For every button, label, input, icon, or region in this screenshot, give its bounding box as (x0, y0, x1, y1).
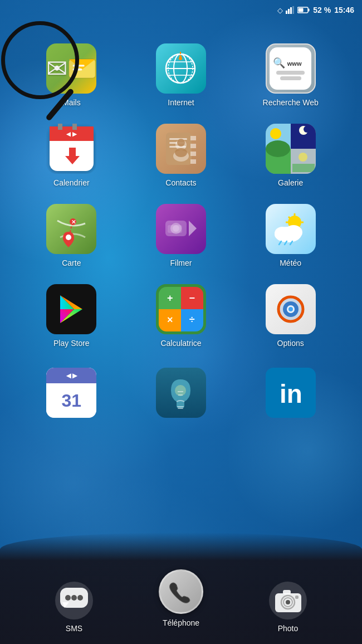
svg-rect-30 (190, 144, 196, 148)
battery-icon (297, 7, 310, 13)
playstore-svg (55, 292, 88, 326)
dock-item-photo[interactable]: Photo (269, 582, 307, 633)
globe-svg (163, 51, 199, 87)
recherche-label: Recherche Web (263, 98, 319, 107)
svg-rect-89 (283, 590, 291, 594)
telephone-label: Téléphone (163, 618, 199, 627)
galerie-label: Galerie (278, 178, 303, 187)
dock-item-telephone[interactable]: Téléphone (159, 569, 203, 627)
options-label: Options (277, 339, 304, 348)
filmer-svg (164, 215, 198, 243)
svg-rect-1 (288, 9, 290, 14)
www-label: www (287, 60, 302, 67)
play-store-icon (46, 284, 96, 334)
app-item-carte[interactable]: ✕ Carte (17, 197, 126, 277)
options-icon (266, 284, 316, 334)
carte-icon: ✕ (46, 204, 96, 254)
camera-svg (273, 587, 304, 614)
galerie-icon (266, 124, 316, 174)
svg-marker-49 (189, 221, 197, 236)
svg-point-82 (65, 595, 71, 601)
sms-label: SMS (66, 624, 82, 633)
svg-rect-6 (299, 8, 304, 12)
app-item-recherche-web[interactable]: 🔍 www Recherche Web (236, 37, 345, 117)
bulb-icon (156, 368, 206, 418)
svg-rect-31 (190, 152, 196, 156)
svg-rect-50 (168, 225, 182, 233)
svg-rect-78 (178, 408, 183, 409)
meteo-icon (266, 204, 316, 254)
linkedin-svg: in (274, 376, 307, 409)
calculatrice-label: Calculatrice (160, 339, 201, 348)
svg-point-60 (285, 225, 302, 240)
internet-icon (156, 43, 206, 94)
app-item-internet[interactable]: Internet (126, 37, 236, 117)
app-item-mails[interactable]: Mails (17, 37, 126, 117)
svg-rect-2 (290, 7, 292, 14)
app-item-galerie[interactable]: Galerie (236, 117, 345, 197)
contacts-label: Contacts (165, 178, 196, 187)
svg-rect-5 (309, 9, 310, 12)
app-item-options[interactable]: Options (236, 277, 345, 358)
carte-svg: ✕ (52, 209, 91, 248)
app-grid: Mails Internet (0, 26, 362, 363)
mails-icon (46, 43, 96, 94)
photo-icon (269, 582, 307, 619)
telephone-icon (159, 569, 203, 614)
svg-point-28 (175, 148, 187, 157)
svg-line-56 (288, 217, 290, 218)
time-display: 15:46 (334, 6, 354, 14)
galerie-svg (266, 124, 316, 174)
envelope-svg (68, 55, 96, 82)
svg-point-45 (66, 235, 71, 240)
signal-icon (286, 6, 295, 14)
calendar31-icon: ◀ ▶ 31 (46, 368, 96, 418)
svg-point-74 (175, 385, 186, 396)
app-item-linkedin[interactable]: in (236, 363, 345, 425)
photo-label: Photo (278, 624, 299, 633)
wifi-icon: ◇ (277, 6, 283, 14)
svg-point-88 (286, 600, 290, 604)
app-item-filmer[interactable]: Filmer (126, 197, 236, 277)
svg-rect-3 (292, 6, 294, 14)
svg-text:✕: ✕ (71, 219, 76, 225)
svg-point-36 (266, 140, 290, 157)
svg-point-34 (270, 128, 281, 139)
bulb-svg (165, 375, 196, 411)
svg-rect-90 (295, 596, 299, 599)
app-item-bulb[interactable] (126, 363, 236, 425)
filmer-label: Filmer (170, 258, 192, 267)
linkedin-icon: in (266, 368, 316, 418)
app-item-contacts[interactable]: Contacts (126, 117, 236, 197)
svg-text:in: in (280, 379, 302, 408)
dock-item-sms[interactable]: SMS (55, 582, 93, 633)
svg-rect-32 (190, 159, 196, 164)
sms-icon (55, 582, 93, 619)
partial-app-row: ◀ ▶ 31 (0, 363, 362, 425)
svg-rect-0 (286, 11, 287, 14)
recherche-icon: 🔍 www (266, 43, 316, 94)
svg-rect-11 (73, 69, 82, 70)
calculatrice-icon: + − × ÷ (156, 284, 206, 334)
app-item-calendrier[interactable]: ◀ ▶ Calendrier (17, 117, 126, 197)
meteo-label: Météo (280, 258, 301, 267)
app-item-calculatrice[interactable]: + − × ÷ Calculatrice (126, 277, 236, 358)
status-bar: ◇ 52 % 15:46 (0, 0, 362, 20)
app-item-calendar31[interactable]: ◀ ▶ 31 (17, 363, 126, 425)
battery-percent: 52 % (313, 6, 331, 14)
filmer-icon (156, 204, 206, 254)
dock: SMS Téléphone (0, 533, 362, 644)
svg-line-61 (279, 241, 281, 245)
calendrier-label: Calendrier (53, 178, 90, 187)
svg-point-27 (177, 139, 185, 147)
app-item-meteo[interactable]: Météo (236, 197, 345, 277)
svg-rect-42 (292, 164, 315, 172)
calendrier-icon: ◀ ▶ (46, 124, 96, 174)
svg-point-83 (71, 595, 77, 601)
app-item-play-store[interactable]: Play Store (17, 277, 126, 358)
phone-svg (168, 578, 194, 605)
dock-items: SMS Téléphone (0, 555, 362, 644)
svg-point-39 (304, 126, 310, 133)
contacts-svg (162, 129, 200, 168)
svg-point-19 (179, 55, 182, 57)
